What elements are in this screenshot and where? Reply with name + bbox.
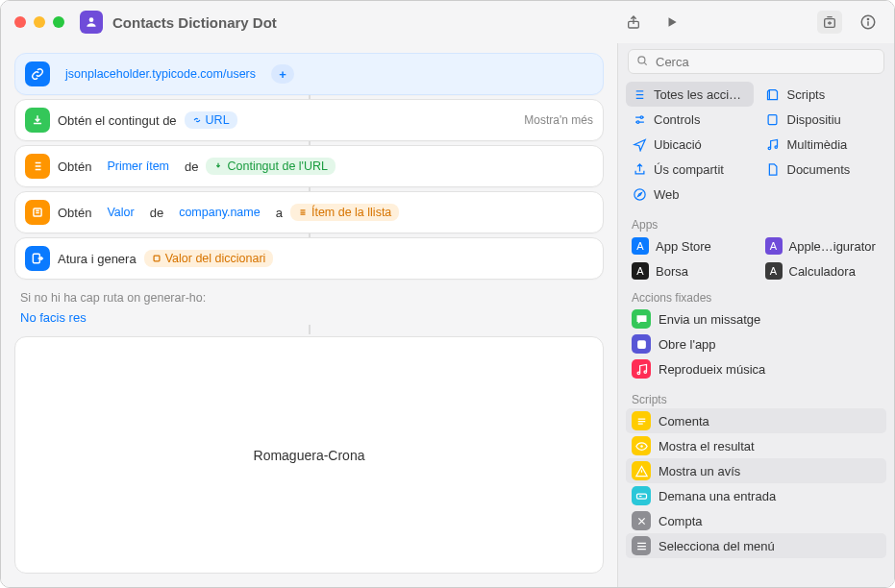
category-sliders[interactable]: Controls bbox=[626, 107, 754, 132]
share-button[interactable] bbox=[621, 11, 646, 34]
window-title: Contacts Dictionary Dot bbox=[112, 14, 277, 31]
action-item[interactable]: Comenta bbox=[626, 408, 886, 433]
value-token[interactable]: Valor bbox=[99, 204, 141, 221]
nav-icon bbox=[632, 136, 647, 152]
dict-icon bbox=[25, 200, 50, 225]
action-item[interactable]: Compta bbox=[626, 508, 886, 533]
get-dictionary-value-block[interactable]: Obtén Valor de company.name a Ítem de la… bbox=[14, 191, 604, 233]
svg-point-9 bbox=[640, 115, 643, 118]
x-icon bbox=[632, 511, 651, 530]
action-item[interactable]: Obre l'app bbox=[626, 331, 886, 356]
download-icon bbox=[25, 108, 50, 133]
action-item[interactable]: Reprodueix música bbox=[626, 356, 886, 381]
svg-point-4 bbox=[867, 18, 868, 19]
svg-point-8 bbox=[638, 57, 645, 63]
url-token[interactable]: URL bbox=[185, 111, 237, 129]
input-icon bbox=[632, 486, 651, 505]
apps-grid: AApp StoreAApple…iguratorABorsaACalculad… bbox=[618, 233, 894, 283]
app-item[interactable]: AApp Store bbox=[626, 233, 754, 258]
get-contents-label: Obtén el contingut de bbox=[58, 113, 177, 128]
get-contents-block[interactable]: Obtén el contingut de URL Mostra'n més bbox=[14, 99, 604, 141]
action-item[interactable]: Mostra un avís bbox=[626, 458, 886, 483]
pinned-header: Accions fixades bbox=[618, 283, 894, 306]
safari-icon bbox=[632, 186, 647, 202]
app-icon: A bbox=[632, 262, 649, 280]
alert-icon bbox=[632, 461, 651, 480]
svg-point-17 bbox=[644, 370, 647, 373]
category-device[interactable]: Dispositiu bbox=[759, 107, 887, 132]
category-music[interactable]: Multimèdia bbox=[759, 132, 887, 157]
info-button[interactable] bbox=[856, 11, 881, 34]
category-grid: Totes les acci…ScriptsControlsDispositiu… bbox=[618, 82, 894, 210]
music-icon bbox=[765, 136, 781, 152]
url-contents-token[interactable]: Contingut de l'URL bbox=[206, 158, 336, 175]
share-icon bbox=[632, 161, 647, 177]
svg-point-14 bbox=[634, 188, 644, 199]
app-icon bbox=[80, 11, 103, 34]
titlebar: Contacts Dictionary Dot bbox=[1, 1, 894, 43]
output-icon bbox=[25, 246, 50, 271]
action-item[interactable]: Mostra el resultat bbox=[626, 433, 886, 458]
action-item[interactable]: Selecciona del menú bbox=[626, 533, 886, 558]
app-item[interactable]: ABorsa bbox=[626, 258, 754, 283]
app-icon: A bbox=[765, 237, 783, 255]
svg-rect-11 bbox=[768, 114, 777, 124]
category-nav[interactable]: Ubicació bbox=[626, 132, 754, 157]
category-list[interactable]: Totes les acci… bbox=[626, 82, 754, 107]
app-icon: A bbox=[632, 237, 649, 255]
search-field[interactable] bbox=[628, 49, 884, 74]
result-text: Romaguera-Crona bbox=[254, 448, 365, 463]
category-script[interactable]: Scripts bbox=[759, 82, 887, 107]
app-icon: A bbox=[765, 262, 783, 280]
add-url-button[interactable]: + bbox=[271, 64, 294, 84]
menu-icon bbox=[632, 536, 651, 555]
category-safari[interactable]: Web bbox=[626, 182, 754, 207]
eye-icon bbox=[632, 436, 651, 455]
close-window[interactable] bbox=[14, 16, 26, 28]
svg-rect-15 bbox=[637, 340, 646, 349]
apps-header: Apps bbox=[618, 210, 894, 233]
url-text[interactable]: jsonplaceholder.typicode.com/users bbox=[58, 65, 263, 83]
noroute-action[interactable]: No facis res bbox=[20, 310, 602, 325]
doc-icon bbox=[765, 161, 781, 177]
link-icon bbox=[25, 61, 50, 86]
category-doc[interactable]: Documents bbox=[759, 157, 887, 182]
list-icon bbox=[25, 154, 50, 179]
action-item[interactable]: Envia un missatge bbox=[626, 306, 886, 331]
svg-point-16 bbox=[637, 372, 640, 375]
list-item-token[interactable]: Ítem de la llista bbox=[290, 204, 399, 221]
svg-rect-7 bbox=[154, 256, 160, 261]
open-icon bbox=[632, 334, 651, 354]
editor-canvas[interactable]: jsonplaceholder.typicode.com/users + Obt… bbox=[1, 43, 617, 587]
dict-value-token[interactable]: Valor del diccionari bbox=[144, 250, 274, 267]
svg-point-10 bbox=[636, 120, 639, 123]
svg-point-0 bbox=[89, 17, 94, 22]
action-item[interactable]: Demana una entrada bbox=[626, 483, 886, 508]
msg-icon bbox=[632, 309, 651, 329]
category-share[interactable]: Ús compartit bbox=[626, 157, 754, 182]
stop-output-block[interactable]: Atura i genera Valor del diccionari bbox=[14, 237, 604, 280]
first-item-token[interactable]: Primer ítem bbox=[99, 158, 177, 175]
library-button[interactable] bbox=[817, 11, 842, 34]
app-item[interactable]: AApple…igurator bbox=[759, 233, 887, 258]
lines-icon bbox=[632, 411, 651, 430]
noroute-label: Si no hi ha cap ruta on generar-ho: bbox=[20, 291, 602, 305]
list-icon bbox=[632, 86, 647, 102]
svg-point-18 bbox=[640, 445, 643, 448]
get-first-item-block[interactable]: Obtén Primer ítem de Contingut de l'URL bbox=[14, 145, 604, 187]
scripts-header: Scripts bbox=[618, 385, 894, 408]
svg-point-13 bbox=[775, 145, 778, 148]
minimize-window[interactable] bbox=[34, 16, 45, 28]
script-icon bbox=[765, 86, 781, 102]
path-token[interactable]: company.name bbox=[171, 204, 268, 221]
pinned-list: Envia un missatgeObre l'appReprodueix mú… bbox=[618, 306, 894, 385]
music-icon bbox=[632, 359, 651, 379]
url-block[interactable]: jsonplaceholder.typicode.com/users + bbox=[14, 53, 604, 95]
actions-sidebar: Totes les acci…ScriptsControlsDispositiu… bbox=[617, 43, 894, 587]
app-item[interactable]: ACalculadora bbox=[759, 258, 887, 283]
fullscreen-window[interactable] bbox=[53, 16, 64, 28]
show-more[interactable]: Mostra'n més bbox=[524, 113, 593, 127]
search-input[interactable] bbox=[628, 49, 884, 74]
device-icon bbox=[765, 111, 781, 127]
run-button[interactable] bbox=[659, 11, 684, 34]
